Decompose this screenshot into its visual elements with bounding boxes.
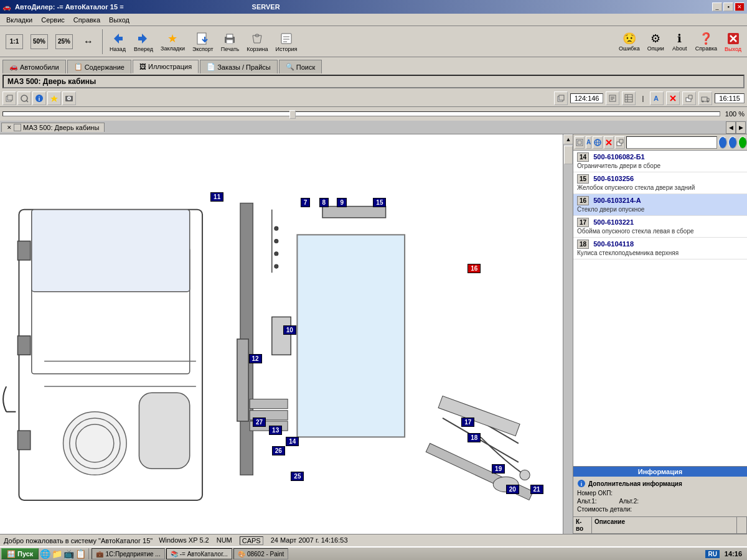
minimize-button[interactable]: _ bbox=[712, 2, 722, 11]
tab-orders[interactable]: 📄 Заказы / Прайсы bbox=[200, 60, 278, 73]
part-item-18[interactable]: 18 500-6104118 Кулиса стеклоподъемника в… bbox=[573, 238, 747, 259]
tab-cars[interactable]: 🚗 Автомобили bbox=[2, 60, 66, 73]
taskbar-item-1c[interactable]: 💼 1С:Предприятие ... bbox=[92, 548, 164, 559]
part-code-18: 500-6104118 bbox=[593, 240, 634, 248]
tb2-btn-5[interactable] bbox=[62, 91, 76, 105]
part-badge-16: 16 bbox=[577, 196, 589, 205]
scroll-track-v[interactable] bbox=[563, 144, 573, 540]
menu-vyhod[interactable]: Выход bbox=[105, 16, 133, 24]
tb2-btn-b[interactable] bbox=[666, 91, 680, 105]
start-button[interactable]: 🪟 Пуск bbox=[1, 548, 39, 559]
error-button[interactable]: 😟 Ошибка bbox=[616, 28, 643, 55]
fit-button[interactable]: ↔ bbox=[77, 28, 100, 55]
doc-nav-prev[interactable]: ◀ bbox=[726, 121, 736, 134]
part-item-header-17: 17 500-6103221 bbox=[577, 218, 743, 227]
doc-nav-next[interactable]: ▶ bbox=[736, 121, 746, 134]
part-label-27[interactable]: 27 bbox=[253, 418, 266, 427]
zoom-1-1-button[interactable]: 1:1 bbox=[2, 28, 26, 55]
zoom-25-button[interactable]: 25% bbox=[52, 28, 76, 55]
doc-tab-checkbox[interactable] bbox=[14, 124, 21, 131]
exit-button[interactable]: Выход bbox=[721, 28, 745, 55]
part-label-15[interactable]: 15 bbox=[373, 198, 386, 207]
scroll-thumb-v[interactable] bbox=[564, 146, 573, 164]
part-label-16[interactable]: 16 bbox=[467, 264, 481, 273]
part-label-12[interactable]: 12 bbox=[249, 354, 262, 363]
part-item-15[interactable]: 15 500-6103256 Желобок опускного стекла … bbox=[573, 172, 747, 194]
svg-marker-0 bbox=[114, 34, 119, 44]
part-label-18[interactable]: 18 bbox=[467, 433, 481, 442]
tb2-btn-d[interactable] bbox=[698, 91, 712, 105]
part-label-17[interactable]: 17 bbox=[461, 418, 474, 427]
tb2-list-btn[interactable] bbox=[606, 91, 619, 105]
part-label-7[interactable]: 7 bbox=[301, 198, 311, 207]
illustration-container[interactable]: 78910111213141516171819202125262728 bbox=[0, 134, 563, 550]
part-label-26[interactable]: 26 bbox=[272, 446, 285, 455]
doc-tab[interactable]: ✕ МАЗ 500: Дверь кабины bbox=[1, 123, 105, 132]
quicklaunch-ie[interactable]: 🌐 bbox=[40, 549, 50, 559]
tb2-btn-4[interactable] bbox=[47, 91, 61, 105]
search-go-btn-3[interactable] bbox=[738, 136, 747, 149]
progress-thumb[interactable] bbox=[289, 110, 296, 119]
maximize-button[interactable]: ▪ bbox=[723, 2, 733, 11]
tb2-btn-c[interactable] bbox=[682, 91, 696, 105]
part-label-8[interactable]: 8 bbox=[319, 198, 329, 207]
rp-btn-1[interactable] bbox=[575, 136, 585, 149]
part-label-21[interactable]: 21 bbox=[530, 485, 543, 494]
part-item-14[interactable]: 14 500-6106082-Б1 Ограничитель двери в с… bbox=[573, 151, 747, 172]
back-button[interactable]: Назад bbox=[106, 28, 129, 55]
taskbar-item-paint[interactable]: 🎨 08602 - Paint bbox=[233, 548, 289, 559]
rp-btn-4[interactable] bbox=[604, 136, 614, 149]
part-label-10[interactable]: 10 bbox=[283, 325, 296, 335]
search-go-btn-1[interactable] bbox=[718, 136, 727, 149]
history-button[interactable]: История bbox=[273, 28, 301, 55]
part-label-14[interactable]: 14 bbox=[286, 437, 299, 446]
taskbar-item-catalog[interactable]: 📚 -= АвтоКаталог... bbox=[166, 548, 232, 559]
about-button[interactable]: ℹ About bbox=[669, 28, 691, 55]
search-input[interactable] bbox=[626, 136, 717, 149]
zoom-50-button[interactable]: 50% bbox=[27, 28, 51, 55]
help-button[interactable]: ❓ Справка bbox=[692, 28, 720, 55]
print-button[interactable]: Печать bbox=[218, 28, 242, 55]
vertical-scrollbar[interactable]: ▲ ▼ bbox=[563, 134, 573, 550]
part-label-13[interactable]: 13 bbox=[269, 426, 282, 435]
basket-button[interactable]: Корзина bbox=[243, 28, 271, 55]
scroll-up-button[interactable]: ▲ bbox=[563, 134, 573, 144]
options-button[interactable]: ⚙ Опции bbox=[644, 28, 667, 55]
counter-copy-button[interactable] bbox=[554, 91, 568, 105]
part-label-11[interactable]: 11 bbox=[210, 192, 223, 202]
bookmarks-button[interactable]: ★ Закладки bbox=[157, 28, 188, 55]
quicklaunch-4[interactable]: 📋 bbox=[75, 549, 86, 559]
part-item-16[interactable]: 16 500-6103214-А Стекло двери опускное bbox=[573, 194, 747, 216]
quicklaunch-explorer[interactable]: 📁 bbox=[52, 549, 62, 559]
rp-btn-2[interactable]: A bbox=[586, 136, 591, 149]
rp-btn-5[interactable] bbox=[615, 136, 625, 149]
tb2-btn-1[interactable] bbox=[2, 91, 16, 105]
parts-list[interactable]: 14 500-6106082-Б1 Ограничитель двери в с… bbox=[573, 151, 747, 466]
menu-spravka[interactable]: Справка bbox=[70, 16, 104, 24]
title-text: АвтоДилер: -= АвтоКаталог 15 = bbox=[15, 3, 124, 11]
close-button[interactable]: ✕ bbox=[735, 2, 745, 11]
menu-vkladki[interactable]: Вкладки bbox=[2, 16, 36, 24]
export-button[interactable]: Экспорт bbox=[189, 28, 217, 55]
quicklaunch-3[interactable]: 📺 bbox=[63, 549, 74, 559]
tb2-table-btn[interactable] bbox=[622, 91, 636, 105]
doc-tab-close[interactable]: ✕ bbox=[7, 124, 12, 131]
tab-contents[interactable]: 📋 Содержание bbox=[67, 60, 131, 73]
rp-btn-3[interactable] bbox=[593, 136, 603, 149]
forward-button[interactable]: Вперед bbox=[131, 28, 156, 55]
part-item-17[interactable]: 17 500-6103221 Обойма опускного стекла л… bbox=[573, 216, 747, 238]
part-label-20[interactable]: 20 bbox=[506, 485, 519, 494]
search-go-btn-2[interactable] bbox=[728, 136, 737, 149]
tb2-btn-3[interactable]: i bbox=[32, 91, 46, 105]
part-label-25[interactable]: 25 bbox=[291, 472, 304, 481]
tb2-btn-2[interactable] bbox=[17, 91, 31, 105]
menu-servis[interactable]: Сервис bbox=[37, 16, 68, 24]
progress-track[interactable] bbox=[2, 111, 720, 116]
tb2-btn-a[interactable]: A bbox=[650, 91, 664, 105]
tab-illustration[interactable]: 🖼 Иллюстрация bbox=[133, 60, 199, 73]
part-label-9[interactable]: 9 bbox=[337, 198, 347, 207]
illustration-wrapper: 78910111213141516171819202125262728 ▲ ▼ bbox=[0, 134, 573, 550]
part-label-19[interactable]: 19 bbox=[492, 464, 505, 474]
tab-search[interactable]: 🔍 Поиск bbox=[279, 60, 322, 73]
search-go-icon-2 bbox=[729, 139, 736, 146]
